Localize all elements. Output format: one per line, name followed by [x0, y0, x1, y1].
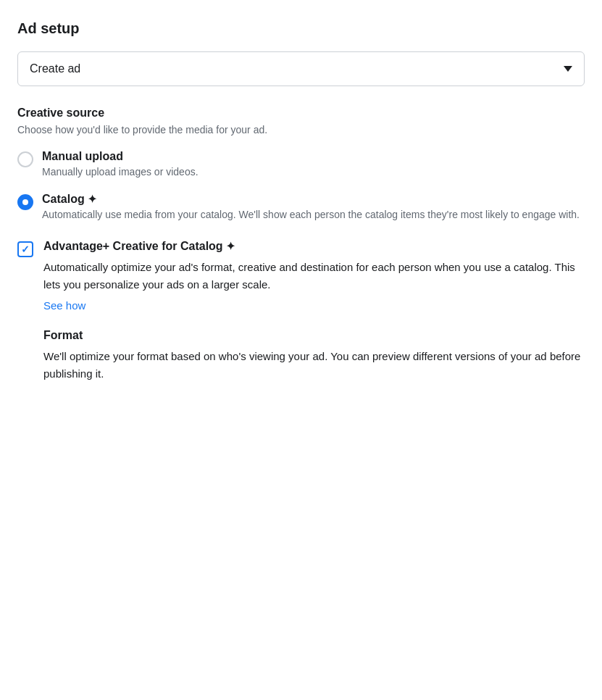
see-how-link[interactable]: See how [43, 299, 85, 312]
create-ad-dropdown[interactable]: Create ad [17, 51, 585, 86]
catalog-option[interactable]: Catalog ✦ Automatically use media from y… [17, 193, 585, 222]
creative-source-subtitle: Choose how you'd like to provide the med… [17, 124, 585, 136]
advantage-creative-content: Advantage+ Creative for Catalog ✦ Automa… [43, 240, 585, 383]
checkmark-icon: ✓ [21, 244, 30, 254]
catalog-radio[interactable] [17, 194, 33, 210]
manual-upload-desc: Manually upload images or videos. [42, 164, 585, 180]
advantage-creative-checkbox[interactable]: ✓ [17, 241, 33, 257]
manual-upload-content: Manual upload Manually upload images or … [42, 150, 585, 180]
catalog-sparkle-icon: ✦ [88, 193, 97, 206]
manual-upload-label: Manual upload [42, 150, 585, 163]
advantage-creative-desc: Automatically optimize your ad's format,… [43, 259, 585, 293]
advantage-creative-section: ✓ Advantage+ Creative for Catalog ✦ Auto… [17, 240, 585, 383]
creative-source-title: Creative source [17, 107, 585, 120]
format-desc: We'll optimize your format based on who'… [43, 348, 585, 383]
dropdown-arrow-icon [564, 66, 572, 72]
format-title: Format [43, 329, 585, 342]
creative-source-section: Creative source Choose how you'd like to… [17, 107, 585, 222]
catalog-label: Catalog ✦ [42, 193, 585, 206]
format-section: Format We'll optimize your format based … [43, 329, 585, 383]
catalog-content: Catalog ✦ Automatically use media from y… [42, 193, 585, 222]
page-title: Ad setup [17, 20, 585, 37]
manual-upload-option[interactable]: Manual upload Manually upload images or … [17, 150, 585, 180]
advantage-creative-title: Advantage+ Creative for Catalog ✦ [43, 240, 585, 253]
advantage-sparkle-icon: ✦ [226, 240, 235, 253]
catalog-desc: Automatically use media from your catalo… [42, 207, 585, 222]
manual-upload-radio[interactable] [17, 151, 33, 167]
create-ad-dropdown-label: Create ad [30, 62, 80, 75]
